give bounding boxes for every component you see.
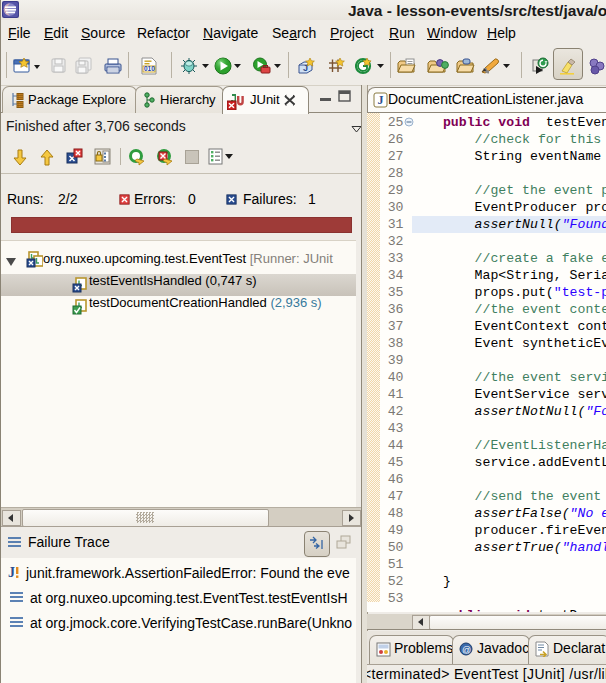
svg-text:010: 010 [144,65,155,72]
svg-text:@: @ [462,645,471,655]
svg-text:J: J [8,565,15,580]
svg-text:J: J [378,93,384,107]
